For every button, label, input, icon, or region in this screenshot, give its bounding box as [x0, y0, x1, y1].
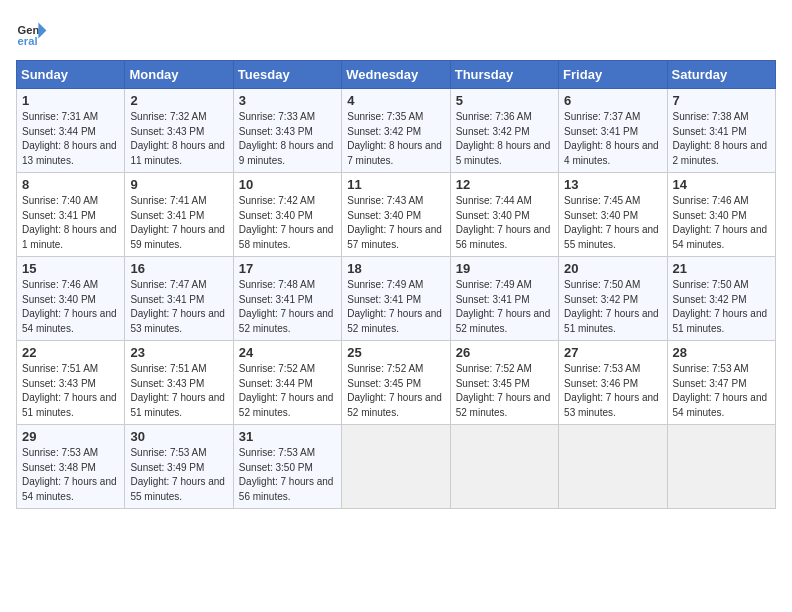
- day-number: 27: [564, 345, 661, 360]
- weekday-header: Monday: [125, 61, 233, 89]
- day-info: Sunrise: 7:44 AM Sunset: 3:40 PM Dayligh…: [456, 194, 553, 252]
- calendar-week-row: 15 Sunrise: 7:46 AM Sunset: 3:40 PM Dayl…: [17, 257, 776, 341]
- day-info: Sunrise: 7:36 AM Sunset: 3:42 PM Dayligh…: [456, 110, 553, 168]
- day-info: Sunrise: 7:50 AM Sunset: 3:42 PM Dayligh…: [673, 278, 770, 336]
- day-info: Sunrise: 7:41 AM Sunset: 3:41 PM Dayligh…: [130, 194, 227, 252]
- day-number: 4: [347, 93, 444, 108]
- day-info: Sunrise: 7:53 AM Sunset: 3:50 PM Dayligh…: [239, 446, 336, 504]
- calendar-day-cell: 28 Sunrise: 7:53 AM Sunset: 3:47 PM Dayl…: [667, 341, 775, 425]
- day-info: Sunrise: 7:46 AM Sunset: 3:40 PM Dayligh…: [673, 194, 770, 252]
- day-info: Sunrise: 7:43 AM Sunset: 3:40 PM Dayligh…: [347, 194, 444, 252]
- calendar-day-cell: 2 Sunrise: 7:32 AM Sunset: 3:43 PM Dayli…: [125, 89, 233, 173]
- day-info: Sunrise: 7:46 AM Sunset: 3:40 PM Dayligh…: [22, 278, 119, 336]
- day-info: Sunrise: 7:49 AM Sunset: 3:41 PM Dayligh…: [347, 278, 444, 336]
- day-number: 18: [347, 261, 444, 276]
- logo: Gen eral: [16, 16, 52, 48]
- calendar-day-cell: 3 Sunrise: 7:33 AM Sunset: 3:43 PM Dayli…: [233, 89, 341, 173]
- day-number: 6: [564, 93, 661, 108]
- calendar-day-cell: 31 Sunrise: 7:53 AM Sunset: 3:50 PM Dayl…: [233, 425, 341, 509]
- calendar-day-cell: [342, 425, 450, 509]
- day-info: Sunrise: 7:32 AM Sunset: 3:43 PM Dayligh…: [130, 110, 227, 168]
- day-info: Sunrise: 7:47 AM Sunset: 3:41 PM Dayligh…: [130, 278, 227, 336]
- calendar-day-cell: 11 Sunrise: 7:43 AM Sunset: 3:40 PM Dayl…: [342, 173, 450, 257]
- day-info: Sunrise: 7:33 AM Sunset: 3:43 PM Dayligh…: [239, 110, 336, 168]
- day-info: Sunrise: 7:52 AM Sunset: 3:44 PM Dayligh…: [239, 362, 336, 420]
- day-number: 10: [239, 177, 336, 192]
- calendar-day-cell: 4 Sunrise: 7:35 AM Sunset: 3:42 PM Dayli…: [342, 89, 450, 173]
- day-number: 5: [456, 93, 553, 108]
- calendar-day-cell: [559, 425, 667, 509]
- day-info: Sunrise: 7:31 AM Sunset: 3:44 PM Dayligh…: [22, 110, 119, 168]
- calendar-day-cell: [450, 425, 558, 509]
- day-number: 31: [239, 429, 336, 444]
- day-number: 23: [130, 345, 227, 360]
- calendar-day-cell: 8 Sunrise: 7:40 AM Sunset: 3:41 PM Dayli…: [17, 173, 125, 257]
- calendar-day-cell: 16 Sunrise: 7:47 AM Sunset: 3:41 PM Dayl…: [125, 257, 233, 341]
- day-number: 2: [130, 93, 227, 108]
- day-number: 24: [239, 345, 336, 360]
- calendar-day-cell: 22 Sunrise: 7:51 AM Sunset: 3:43 PM Dayl…: [17, 341, 125, 425]
- calendar-day-cell: 19 Sunrise: 7:49 AM Sunset: 3:41 PM Dayl…: [450, 257, 558, 341]
- day-number: 13: [564, 177, 661, 192]
- weekday-header: Tuesday: [233, 61, 341, 89]
- calendar-day-cell: 12 Sunrise: 7:44 AM Sunset: 3:40 PM Dayl…: [450, 173, 558, 257]
- svg-text:eral: eral: [18, 35, 38, 47]
- day-number: 16: [130, 261, 227, 276]
- day-number: 9: [130, 177, 227, 192]
- calendar-header: SundayMondayTuesdayWednesdayThursdayFrid…: [17, 61, 776, 89]
- day-info: Sunrise: 7:38 AM Sunset: 3:41 PM Dayligh…: [673, 110, 770, 168]
- svg-text:Gen: Gen: [18, 24, 40, 36]
- calendar-day-cell: 18 Sunrise: 7:49 AM Sunset: 3:41 PM Dayl…: [342, 257, 450, 341]
- day-info: Sunrise: 7:42 AM Sunset: 3:40 PM Dayligh…: [239, 194, 336, 252]
- day-info: Sunrise: 7:52 AM Sunset: 3:45 PM Dayligh…: [456, 362, 553, 420]
- calendar-day-cell: 30 Sunrise: 7:53 AM Sunset: 3:49 PM Dayl…: [125, 425, 233, 509]
- day-number: 15: [22, 261, 119, 276]
- calendar-day-cell: 25 Sunrise: 7:52 AM Sunset: 3:45 PM Dayl…: [342, 341, 450, 425]
- day-number: 8: [22, 177, 119, 192]
- day-number: 30: [130, 429, 227, 444]
- day-info: Sunrise: 7:49 AM Sunset: 3:41 PM Dayligh…: [456, 278, 553, 336]
- day-info: Sunrise: 7:40 AM Sunset: 3:41 PM Dayligh…: [22, 194, 119, 252]
- day-number: 14: [673, 177, 770, 192]
- calendar-day-cell: 20 Sunrise: 7:50 AM Sunset: 3:42 PM Dayl…: [559, 257, 667, 341]
- day-number: 28: [673, 345, 770, 360]
- day-number: 22: [22, 345, 119, 360]
- calendar-day-cell: 10 Sunrise: 7:42 AM Sunset: 3:40 PM Dayl…: [233, 173, 341, 257]
- day-number: 11: [347, 177, 444, 192]
- day-info: Sunrise: 7:50 AM Sunset: 3:42 PM Dayligh…: [564, 278, 661, 336]
- day-info: Sunrise: 7:35 AM Sunset: 3:42 PM Dayligh…: [347, 110, 444, 168]
- calendar-day-cell: 13 Sunrise: 7:45 AM Sunset: 3:40 PM Dayl…: [559, 173, 667, 257]
- calendar-day-cell: 23 Sunrise: 7:51 AM Sunset: 3:43 PM Dayl…: [125, 341, 233, 425]
- day-number: 25: [347, 345, 444, 360]
- calendar-day-cell: 29 Sunrise: 7:53 AM Sunset: 3:48 PM Dayl…: [17, 425, 125, 509]
- day-number: 7: [673, 93, 770, 108]
- weekday-header: Wednesday: [342, 61, 450, 89]
- calendar-day-cell: 26 Sunrise: 7:52 AM Sunset: 3:45 PM Dayl…: [450, 341, 558, 425]
- calendar-day-cell: 1 Sunrise: 7:31 AM Sunset: 3:44 PM Dayli…: [17, 89, 125, 173]
- calendar-day-cell: 14 Sunrise: 7:46 AM Sunset: 3:40 PM Dayl…: [667, 173, 775, 257]
- calendar-day-cell: 7 Sunrise: 7:38 AM Sunset: 3:41 PM Dayli…: [667, 89, 775, 173]
- day-number: 26: [456, 345, 553, 360]
- day-number: 29: [22, 429, 119, 444]
- weekday-header: Thursday: [450, 61, 558, 89]
- day-info: Sunrise: 7:51 AM Sunset: 3:43 PM Dayligh…: [22, 362, 119, 420]
- day-info: Sunrise: 7:53 AM Sunset: 3:47 PM Dayligh…: [673, 362, 770, 420]
- calendar-day-cell: 15 Sunrise: 7:46 AM Sunset: 3:40 PM Dayl…: [17, 257, 125, 341]
- day-number: 3: [239, 93, 336, 108]
- calendar-week-row: 29 Sunrise: 7:53 AM Sunset: 3:48 PM Dayl…: [17, 425, 776, 509]
- day-info: Sunrise: 7:51 AM Sunset: 3:43 PM Dayligh…: [130, 362, 227, 420]
- calendar-week-row: 8 Sunrise: 7:40 AM Sunset: 3:41 PM Dayli…: [17, 173, 776, 257]
- svg-marker-2: [38, 22, 46, 38]
- calendar-day-cell: 6 Sunrise: 7:37 AM Sunset: 3:41 PM Dayli…: [559, 89, 667, 173]
- day-info: Sunrise: 7:48 AM Sunset: 3:41 PM Dayligh…: [239, 278, 336, 336]
- day-info: Sunrise: 7:37 AM Sunset: 3:41 PM Dayligh…: [564, 110, 661, 168]
- calendar-table: SundayMondayTuesdayWednesdayThursdayFrid…: [16, 60, 776, 509]
- day-number: 12: [456, 177, 553, 192]
- day-info: Sunrise: 7:53 AM Sunset: 3:49 PM Dayligh…: [130, 446, 227, 504]
- day-info: Sunrise: 7:52 AM Sunset: 3:45 PM Dayligh…: [347, 362, 444, 420]
- day-number: 17: [239, 261, 336, 276]
- calendar-day-cell: 27 Sunrise: 7:53 AM Sunset: 3:46 PM Dayl…: [559, 341, 667, 425]
- calendar-day-cell: 21 Sunrise: 7:50 AM Sunset: 3:42 PM Dayl…: [667, 257, 775, 341]
- weekday-header: Friday: [559, 61, 667, 89]
- day-number: 1: [22, 93, 119, 108]
